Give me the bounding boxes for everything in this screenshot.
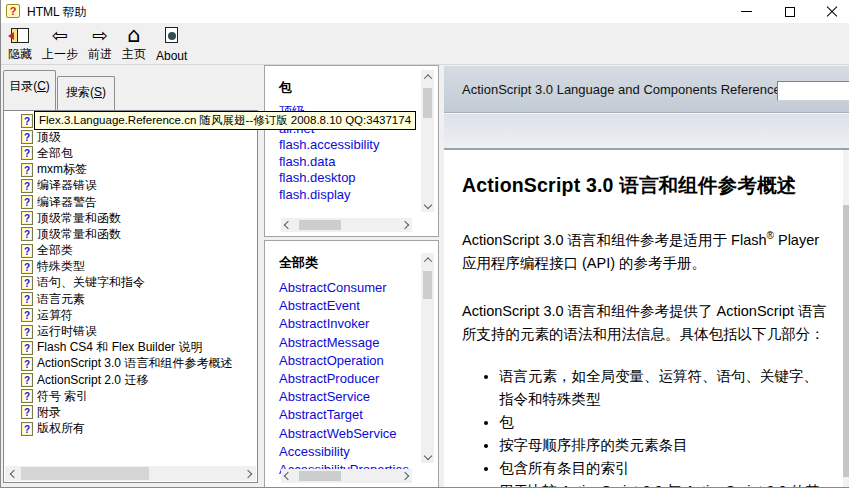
classes-vertical-scrollbar[interactable]: [421, 253, 434, 463]
sub-header-band: [444, 113, 849, 150]
document-content: ActionScript 3.0 语言和组件参考概述 ActionScript …: [444, 150, 843, 487]
class-link[interactable]: AbstractInvoker: [279, 315, 438, 333]
toc-tree: ? ? 顶级 ? 全部包: [4, 111, 257, 437]
scroll-up-icon[interactable]: [421, 70, 434, 84]
tree-item[interactable]: ? 编译器警告: [4, 194, 257, 210]
forward-button[interactable]: ⇨ 前进: [83, 25, 117, 63]
classes-header: 全部类: [265, 241, 438, 272]
back-label: 上一步: [42, 46, 78, 63]
bullet-item: 包: [499, 411, 831, 434]
tree-item[interactable]: ? 附录: [4, 404, 257, 420]
tree-item[interactable]: ? Flash CS4 和 Flex Builder 说明: [4, 340, 257, 356]
packages-header: 包: [265, 66, 438, 97]
tree-item[interactable]: ? 全部类: [4, 243, 257, 259]
back-button[interactable]: ⇦ 上一步: [37, 25, 83, 63]
package-link[interactable]: flash.accessibility: [279, 137, 438, 154]
bullet-item: 语言元素，如全局变量、运算符、语句、关键字、指令和特殊类型: [499, 365, 831, 411]
help-topic-icon: ?: [21, 422, 33, 436]
class-link[interactable]: AbstractWebService: [279, 425, 438, 443]
hide-button[interactable]: 隐藏: [3, 25, 37, 63]
tree-item[interactable]: ? 运算符: [4, 307, 257, 323]
tree-item[interactable]: ? 顶级常量和函数: [4, 210, 257, 226]
reference-search-input[interactable]: [777, 81, 849, 101]
tree-item[interactable]: ? 语句、关键字和指令: [4, 275, 257, 291]
scroll-right-icon[interactable]: [398, 218, 412, 232]
scroll-left-icon[interactable]: [281, 469, 295, 483]
content-vertical-scrollbar[interactable]: [843, 150, 849, 487]
tree-item[interactable]: ? 版权所有: [4, 421, 257, 437]
class-link[interactable]: Accessibility: [279, 443, 438, 461]
tree-item[interactable]: ? 全部包: [4, 145, 257, 161]
help-topic-icon: ?: [21, 308, 33, 322]
tree-item[interactable]: ? 语言元素: [4, 291, 257, 307]
bullet-item: 用于比较 ActionScript 2.0 与 ActionScript 3.0…: [499, 480, 831, 487]
help-topic-icon: ?: [21, 276, 33, 290]
tree-item[interactable]: ? 顶级: [4, 129, 257, 145]
scroll-down-icon[interactable]: [421, 449, 434, 463]
classes-vscroll-thumb[interactable]: [423, 271, 432, 299]
package-link[interactable]: flash.data: [279, 154, 438, 171]
minimize-button[interactable]: [729, 0, 763, 23]
about-label: About: [156, 49, 187, 63]
maximize-button[interactable]: [773, 0, 807, 23]
help-topic-icon: ?: [21, 179, 33, 193]
tree-item[interactable]: ? ActionScript 2.0 迁移: [4, 372, 257, 388]
class-link[interactable]: AbstractTarget: [279, 406, 438, 424]
package-link[interactable]: flash.display: [279, 187, 438, 204]
tree-horizontal-scrollbar[interactable]: [5, 466, 256, 481]
scroll-left-icon[interactable]: [281, 218, 295, 232]
tree-item[interactable]: ? 运行时错误: [4, 323, 257, 339]
tree-item[interactable]: ? ActionScript 3.0 语言和组件参考概述: [4, 356, 257, 372]
classes-hscroll-thumb[interactable]: [299, 471, 341, 481]
bullet-item: 按字母顺序排序的类元素条目: [499, 434, 831, 457]
bullet-item: 包含所有条目的索引: [499, 457, 831, 480]
class-link[interactable]: AbstractConsumer: [279, 279, 438, 297]
help-topic-icon: ?: [21, 357, 33, 371]
scroll-down-icon[interactable]: [421, 198, 434, 212]
class-link[interactable]: AbstractProducer: [279, 370, 438, 388]
packages-vertical-scrollbar[interactable]: [421, 70, 434, 212]
packages-horizontal-scrollbar[interactable]: [281, 218, 412, 232]
packages-vscroll-thumb[interactable]: [423, 88, 432, 118]
help-topic-icon: ?: [21, 260, 33, 274]
package-link[interactable]: flash.desktop: [279, 170, 438, 187]
about-button[interactable]: About: [151, 25, 192, 63]
home-button[interactable]: ⌂ 主页: [117, 25, 151, 63]
forward-label: 前进: [88, 46, 112, 63]
tree-item[interactable]: ? 特殊类型: [4, 259, 257, 275]
hide-label: 隐藏: [8, 46, 32, 63]
tab-contents[interactable]: 目录(C): [3, 70, 56, 110]
class-link[interactable]: AbstractMessage: [279, 334, 438, 352]
forward-arrow-icon: ⇨: [92, 25, 108, 45]
back-arrow-icon: ⇦: [52, 25, 68, 45]
class-link[interactable]: AbstractEvent: [279, 297, 438, 315]
html-help-window: ? HTML 帮助 隐藏 ⇦ 上一步 ⇨ 前进 ⌂ 主页 About: [0, 0, 849, 488]
tree-item[interactable]: ? 顶级常量和函数: [4, 226, 257, 242]
help-topic-icon: ?: [21, 325, 33, 339]
content-vscroll-thumb[interactable]: [843, 205, 849, 477]
classes-horizontal-scrollbar[interactable]: [281, 469, 412, 483]
scroll-right-icon[interactable]: [241, 466, 254, 481]
hide-panel-icon: [11, 28, 29, 43]
tree-item[interactable]: ? mxm标签: [4, 162, 257, 178]
help-topic-icon: ?: [21, 195, 33, 209]
help-topic-icon: ?: [21, 130, 33, 144]
packages-panel: 包 顶级air.netflash.accessibilityflash.data…: [264, 65, 439, 237]
scroll-up-icon[interactable]: [421, 253, 434, 267]
tree-hscroll-thumb[interactable]: [21, 467, 149, 480]
close-icon: [826, 6, 838, 18]
classes-list: AbstractConsumerAbstractEventAbstractInv…: [265, 272, 438, 479]
class-link[interactable]: AbstractService: [279, 388, 438, 406]
scroll-right-icon[interactable]: [398, 469, 412, 483]
class-link[interactable]: AbstractOperation: [279, 352, 438, 370]
tree-item[interactable]: ? 符号 索引: [4, 388, 257, 404]
home-icon: ⌂: [127, 25, 140, 45]
scroll-left-icon[interactable]: [7, 466, 20, 481]
tab-search[interactable]: 搜索(S): [57, 76, 115, 110]
close-button[interactable]: [815, 0, 849, 23]
packages-hscroll-thumb[interactable]: [299, 220, 341, 230]
tree-item[interactable]: ? 编译器错误: [4, 178, 257, 194]
minimize-icon: [741, 11, 752, 12]
about-document-icon: [165, 27, 178, 43]
tree-item-tooltip: Flex.3.Language.Reference.cn 随风展翅--修订版 2…: [34, 111, 416, 130]
